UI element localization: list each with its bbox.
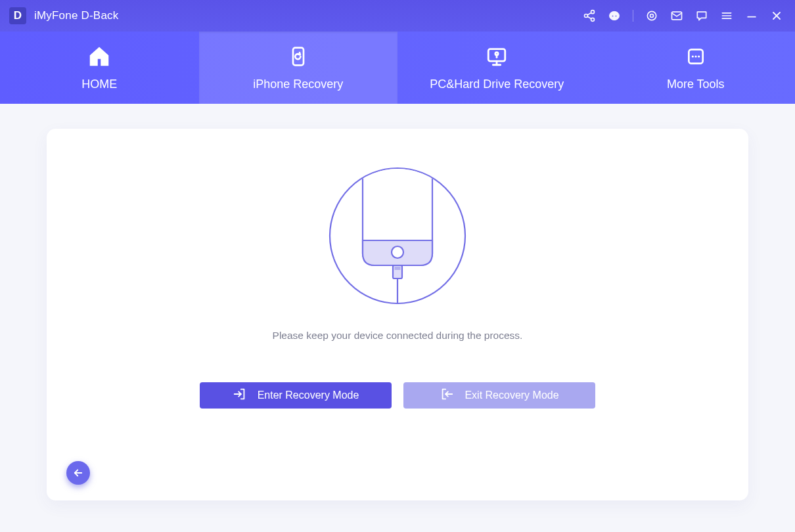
svg-point-6 (612, 15, 613, 16)
tab-label: HOME (81, 78, 117, 91)
svg-point-8 (647, 11, 656, 20)
exit-icon (440, 387, 454, 404)
tab-label: iPhone Recovery (253, 78, 343, 91)
tab-iphone-recovery[interactable]: iPhone Recovery (199, 32, 398, 104)
mail-icon[interactable] (670, 9, 683, 22)
svg-point-5 (610, 11, 620, 20)
titlebar: D iMyFone D-Back (0, 0, 795, 32)
button-label: Exit Recovery Mode (465, 389, 558, 401)
tab-label: PC&Hard Drive Recovery (430, 78, 564, 91)
discord-icon[interactable] (608, 9, 621, 22)
close-icon[interactable] (770, 9, 783, 22)
svg-line-3 (587, 12, 591, 14)
phone-refresh-icon (286, 45, 310, 68)
svg-point-24 (691, 55, 693, 57)
home-icon (87, 45, 111, 68)
svg-line-4 (587, 16, 591, 18)
tab-label: More Tools (667, 78, 725, 91)
device-connected-illustration (329, 167, 466, 307)
main-card: Please keep your device connected during… (47, 129, 748, 500)
share-icon[interactable] (583, 9, 596, 22)
svg-point-7 (615, 15, 616, 16)
svg-point-26 (698, 55, 700, 57)
tab-more-tools[interactable]: More Tools (597, 32, 796, 104)
app-title: iMyFone D-Back (34, 9, 118, 22)
more-icon (684, 45, 708, 68)
svg-point-30 (392, 246, 403, 258)
separator (633, 10, 633, 22)
menu-icon[interactable] (720, 9, 733, 22)
svg-rect-32 (395, 267, 401, 270)
svg-point-25 (694, 55, 696, 57)
tab-home[interactable]: HOME (0, 32, 199, 104)
back-button[interactable] (66, 461, 90, 485)
app-logo: D (9, 7, 26, 24)
target-icon[interactable] (645, 9, 658, 22)
instruction-text: Please keep your device connected during… (273, 330, 523, 342)
button-row: Enter Recovery Mode Exit Recovery Mode (200, 382, 595, 409)
feedback-icon[interactable] (695, 9, 708, 22)
enter-recovery-button[interactable]: Enter Recovery Mode (200, 382, 392, 409)
monitor-icon (485, 45, 509, 68)
main-nav: HOME iPhone Recovery PC&Hard Drive Recov… (0, 32, 795, 104)
svg-point-9 (650, 14, 654, 18)
titlebar-icon-group (583, 9, 783, 22)
exit-recovery-button[interactable]: Exit Recovery Mode (403, 382, 595, 409)
content-area: Please keep your device connected during… (0, 104, 795, 532)
enter-icon (233, 387, 247, 404)
tab-pc-recovery[interactable]: PC&Hard Drive Recovery (398, 32, 597, 104)
button-label: Enter Recovery Mode (258, 389, 359, 401)
minimize-icon[interactable] (745, 9, 758, 22)
